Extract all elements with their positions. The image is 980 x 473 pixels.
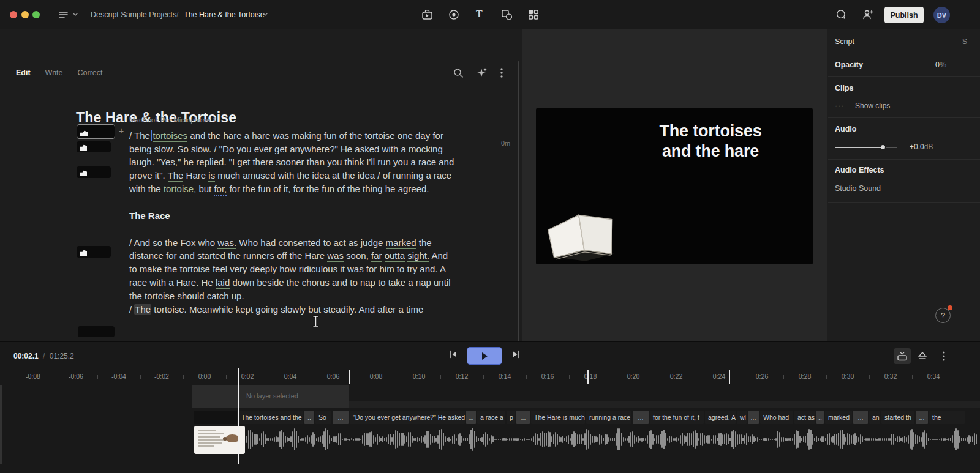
timeline-more-options-icon[interactable] [935, 348, 952, 364]
breadcrumb-project[interactable]: Descript Sample Projects [91, 10, 176, 19]
transcript-clip[interactable]: a race a [477, 411, 505, 424]
layout-icon[interactable] [528, 9, 539, 20]
play-button[interactable] [467, 347, 502, 365]
transcript-word[interactable]: The [134, 304, 151, 315]
transcript-clip[interactable]: The Hare is much [531, 411, 585, 424]
scene-thumbnail[interactable] [78, 326, 115, 337]
clip-gap-segment[interactable]: ... [916, 411, 928, 424]
transcript-clip[interactable]: So [315, 411, 331, 424]
editor-scrollbar[interactable] [518, 61, 519, 341]
scene-media-thumbnail[interactable] [194, 426, 245, 454]
invite-person-icon[interactable] [862, 9, 874, 20]
media-shelf-icon[interactable] [421, 9, 433, 20]
fit-timeline-button[interactable] [914, 348, 931, 364]
transcript-word[interactable]: tortoise, [164, 184, 196, 195]
text-tool-icon[interactable]: T [476, 9, 483, 20]
help-button[interactable]: ? [935, 308, 951, 323]
scene-thumbnail[interactable] [77, 141, 111, 152]
scene-boundary-marker[interactable] [587, 370, 589, 384]
clip-gap-segment[interactable]: ... [748, 411, 759, 424]
audio-gain-value[interactable]: +0.0dB [910, 143, 952, 151]
transcript-clip[interactable]: marked [825, 411, 852, 424]
transcript-clip[interactable]: "Do you ever get anywhere?" He asked v [350, 411, 465, 424]
transcript-word[interactable]: laugh. [129, 157, 154, 168]
clip-gap-segment[interactable]: .. [304, 411, 314, 424]
transcript-word[interactable]: far [371, 250, 382, 262]
transcript-clip[interactable]: wl [737, 411, 747, 424]
section-heading[interactable]: The Race [129, 209, 456, 223]
breadcrumb-document[interactable]: The Hare & the Tortoise [184, 10, 265, 19]
clips-more-icon[interactable]: ··· [835, 102, 845, 110]
playhead[interactable] [238, 368, 239, 464]
scene-boundary-marker[interactable] [349, 370, 350, 384]
transcript-clip[interactable] [194, 411, 237, 424]
clip-gap-segment[interactable]: .. [816, 411, 824, 424]
transcript-clip[interactable]: p [507, 411, 515, 424]
scene-thumbnail[interactable] [77, 246, 111, 258]
transcript-clip[interactable]: Who had [760, 411, 793, 424]
clip-gap-segment[interactable]: ... [333, 411, 349, 424]
tab-write[interactable]: Write [45, 69, 63, 77]
tab-edit[interactable]: Edit [16, 69, 31, 77]
transcript-clip[interactable]: for the fun of it, f [650, 411, 704, 424]
clip-gap-segment[interactable]: ... [466, 411, 476, 424]
avatar[interactable]: DV [933, 7, 950, 23]
timeline-view-toggle-button[interactable] [894, 348, 911, 364]
open-book-image[interactable] [539, 190, 626, 270]
transcript-clip[interactable]: agreed. A [705, 411, 736, 424]
transcript-word[interactable]: marked [386, 237, 417, 249]
project-menu-chevron-icon[interactable] [72, 12, 78, 17]
clip-gap-segment[interactable]: ... [516, 411, 530, 424]
transcript-paragraph[interactable]: / And so the Fox who was. Who had consen… [129, 236, 456, 303]
skip-to-end-button[interactable] [511, 349, 522, 362]
window-minimize-button[interactable] [21, 11, 29, 18]
inspector-row-script[interactable]: Script S [835, 37, 973, 46]
project-menu-icon[interactable] [58, 10, 69, 20]
transcript-clip[interactable]: an [869, 411, 880, 424]
transcript-clip[interactable]: the [929, 411, 965, 424]
video-canvas[interactable]: The tortoises and the hare [536, 108, 813, 264]
record-icon[interactable] [448, 9, 459, 20]
show-clips-button[interactable]: Show clips [855, 102, 890, 110]
skip-to-start-button[interactable] [448, 349, 459, 362]
speaker-label[interactable]: MacBook Pro Microphone-1 [129, 114, 456, 127]
transcript-word[interactable]: outta [385, 250, 405, 262]
window-zoom-button[interactable] [32, 11, 40, 18]
transcript-word[interactable]: for, [214, 184, 227, 196]
scene-thumbnail[interactable] [77, 166, 111, 178]
ai-sparkles-icon[interactable] [477, 67, 488, 78]
scene-thumbnail[interactable] [77, 124, 115, 139]
transcript-paragraph[interactable]: / Thetortoises and the hare a hare was m… [129, 129, 456, 196]
transcript-word[interactable]: tortoises [153, 130, 187, 142]
transcript-word[interactable]: The [168, 170, 184, 182]
volume-slider-track[interactable] [835, 147, 883, 148]
volume-slider-knob[interactable] [881, 145, 885, 149]
document-menu-chevron-icon[interactable] [262, 12, 268, 17]
publish-button[interactable]: Publish [884, 7, 924, 23]
transcript-clip[interactable]: act as [794, 411, 815, 424]
transcript-clip[interactable]: started th [881, 411, 914, 424]
window-close-button[interactable] [10, 11, 17, 18]
transcript-clip[interactable]: running a race [586, 411, 631, 424]
transcript-word[interactable]: sight. [407, 250, 429, 262]
transcript-word[interactable]: was. [217, 237, 236, 249]
opacity-value[interactable]: 0% [835, 61, 973, 69]
transcript-word[interactable]: laid [216, 277, 230, 289]
transcript[interactable]: MacBook Pro Microphone-1 / Thetortoises … [129, 114, 456, 316]
audio-waveform[interactable] [246, 425, 980, 453]
search-icon[interactable] [453, 68, 464, 78]
shapes-icon[interactable] [501, 9, 513, 20]
clip-gap-segment[interactable]: ... [853, 411, 868, 424]
transcript-word[interactable]: is [208, 170, 215, 182]
tab-correct[interactable]: Correct [78, 69, 103, 77]
layer-selection-box[interactable]: No layer selected [192, 385, 349, 408]
scene-boundary-marker[interactable] [729, 370, 730, 384]
chat-icon[interactable] [835, 9, 846, 20]
add-scene-button[interactable]: + [119, 126, 124, 136]
video-caption[interactable]: The tortoises and the hare [606, 121, 815, 162]
transcript-clip[interactable]: The tortoises and the h. [238, 411, 303, 424]
more-options-icon[interactable] [500, 68, 503, 78]
studio-sound-label[interactable]: Studio Sound [835, 184, 973, 193]
transcript-word[interactable]: was [327, 250, 344, 262]
transcript-paragraph[interactable]: / The tortoise. Meanwhile kept going slo… [129, 303, 456, 316]
